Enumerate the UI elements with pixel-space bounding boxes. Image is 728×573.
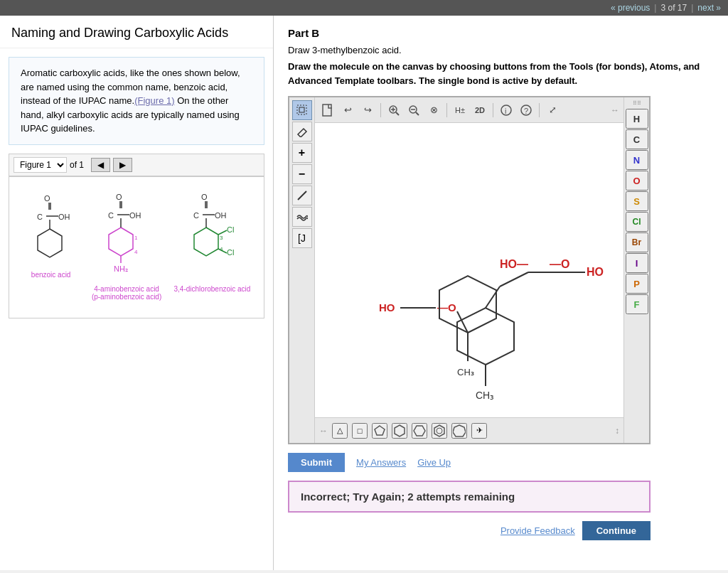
hydrogen-button[interactable]: H±: [451, 102, 469, 119]
eraser-tool[interactable]: [292, 122, 312, 141]
svg-marker-26: [194, 227, 218, 256]
svg-text:O: O: [44, 194, 50, 203]
bracket-icon: [J: [298, 232, 306, 244]
bracket-tool[interactable]: [J: [292, 228, 312, 248]
figure-display: O C OH benzoic acid: [9, 176, 264, 318]
molecule-canvas-overlay: HO —O CH₃: [315, 123, 623, 417]
atom-Br[interactable]: Br: [626, 232, 648, 252]
remove-tool[interactable]: −: [292, 164, 312, 184]
nav-separator-1: |: [654, 3, 656, 13]
triangle-shape-button[interactable]: △: [332, 423, 348, 439]
svg-text:OH: OH: [215, 211, 227, 220]
resize-handle-top-right: ↔: [611, 105, 619, 115]
hexagon2-icon: [413, 424, 426, 437]
svg-rect-37: [323, 105, 331, 116]
bond-icon: [296, 190, 308, 201]
top-navigation: « previous | 3 of 17 | next »: [0, 0, 728, 16]
svg-marker-64: [453, 425, 466, 437]
wavy-bond-icon: [296, 211, 308, 223]
atom-Cl[interactable]: Cl: [626, 212, 648, 232]
svg-text:?: ?: [524, 107, 528, 115]
hexagon2-shape-button[interactable]: [412, 423, 427, 439]
svg-text:OH: OH: [129, 211, 141, 220]
continue-button[interactable]: Continue: [582, 521, 651, 540]
aminobenzoic-acid-svg: O C OH NH₂ 1 4: [95, 190, 159, 282]
add-tool[interactable]: +: [292, 143, 312, 163]
bond-tool[interactable]: [292, 186, 312, 205]
atom-F[interactable]: F: [626, 294, 648, 314]
zoom-out-button[interactable]: [405, 102, 422, 119]
new-document-button[interactable]: [319, 102, 336, 119]
help-button[interactable]: ?: [518, 102, 535, 119]
benzoic-acid-svg: O C OH: [23, 190, 80, 268]
figure-link[interactable]: (Figure 1): [134, 95, 174, 106]
help-icon: ?: [520, 105, 532, 116]
zoom-in-button[interactable]: [385, 102, 402, 119]
info-button[interactable]: i: [498, 102, 515, 119]
part-b-title: Part B: [288, 27, 714, 39]
redo-button[interactable]: ↪: [359, 102, 376, 119]
eraser-icon: [296, 126, 308, 137]
svg-text:O: O: [201, 193, 208, 201]
pentagon-shape-button[interactable]: [372, 423, 387, 439]
feedback-text: Incorrect; Try Again; 2 attempts remaini…: [301, 491, 515, 503]
atom-S[interactable]: S: [626, 191, 648, 211]
my-answers-button[interactable]: My Answers: [356, 457, 406, 468]
provide-feedback-button[interactable]: Provide Feedback: [500, 521, 575, 540]
atom-P[interactable]: P: [626, 274, 648, 294]
svg-marker-62: [434, 425, 444, 437]
figure-next-button[interactable]: ▶: [113, 158, 132, 172]
molecule-aminobenzoic-acid: O C OH NH₂ 1 4: [92, 190, 161, 301]
svg-rect-34: [297, 105, 306, 114]
svg-text:3: 3: [220, 235, 223, 241]
svg-marker-6: [38, 229, 62, 257]
2d-button[interactable]: 2D: [471, 102, 488, 119]
drawing-area: + − [J: [288, 96, 651, 444]
figure-prev-button[interactable]: ◀: [91, 158, 110, 172]
svg-marker-61: [414, 426, 425, 436]
nav-position: 3 of 17: [660, 3, 687, 13]
fullscreen-button[interactable]: ⤢: [544, 102, 561, 119]
fit-button[interactable]: ⊗: [425, 102, 442, 119]
cycloheptane-icon: [453, 424, 466, 437]
svg-text:OH: OH: [58, 213, 70, 221]
submit-button[interactable]: Submit: [288, 453, 345, 472]
figure-selector[interactable]: Figure 1: [14, 157, 67, 173]
svg-marker-59: [375, 426, 385, 435]
svg-text:i: i: [505, 107, 506, 115]
zoom-in-icon: [388, 105, 400, 116]
svg-line-41: [396, 112, 399, 115]
svg-marker-60: [395, 425, 405, 437]
toolbar-sep-4: [539, 103, 540, 117]
undo-button[interactable]: ↩: [339, 102, 356, 119]
figure-of-label: of 1: [70, 160, 84, 170]
stereo-shape-button[interactable]: ✈: [471, 423, 487, 439]
square-shape-button[interactable]: □: [352, 423, 368, 439]
svg-marker-14: [109, 227, 133, 256]
give-up-button[interactable]: Give Up: [417, 457, 451, 468]
main-layout: Naming and Drawing Carboxylic Acids Arom…: [0, 16, 728, 570]
atom-N[interactable]: N: [626, 150, 648, 170]
select-tool[interactable]: [292, 100, 312, 120]
canvas-svg-area[interactable]: HO —O HO— CH₃ HO: [315, 123, 623, 417]
description-box: Aromatic carboxylic acids, like the ones…: [9, 57, 264, 145]
hexagon-shape-button[interactable]: [392, 423, 407, 439]
hexagon-icon: [393, 424, 406, 437]
atom-O[interactable]: O: [626, 171, 648, 191]
document-icon: [322, 104, 333, 117]
next-link[interactable]: next »: [697, 3, 721, 13]
toolbar-sep-2: [446, 103, 447, 117]
right-panel: Part B Draw 3-methylbenzoic acid. Draw t…: [274, 16, 728, 570]
atom-I[interactable]: I: [626, 253, 648, 273]
canvas-bottom-toolbar: ↔ △ □: [315, 417, 623, 443]
previous-link[interactable]: « previous: [611, 3, 650, 13]
cycloheptane-shape-button[interactable]: [451, 423, 467, 439]
benzene-shape-button[interactable]: [432, 423, 447, 439]
label-aminobenzoic: 4-aminobenzoic acid(p-aminobenzoic acid): [92, 285, 161, 301]
atom-C[interactable]: C: [626, 129, 648, 149]
atom-H[interactable]: H: [626, 109, 648, 129]
canvas-top-toolbar: ↩ ↪ ⊗ H± 2D i: [315, 97, 623, 123]
wavy-bond-tool[interactable]: [292, 207, 312, 227]
svg-rect-35: [299, 107, 304, 112]
toolbar-sep-1: [380, 103, 381, 117]
